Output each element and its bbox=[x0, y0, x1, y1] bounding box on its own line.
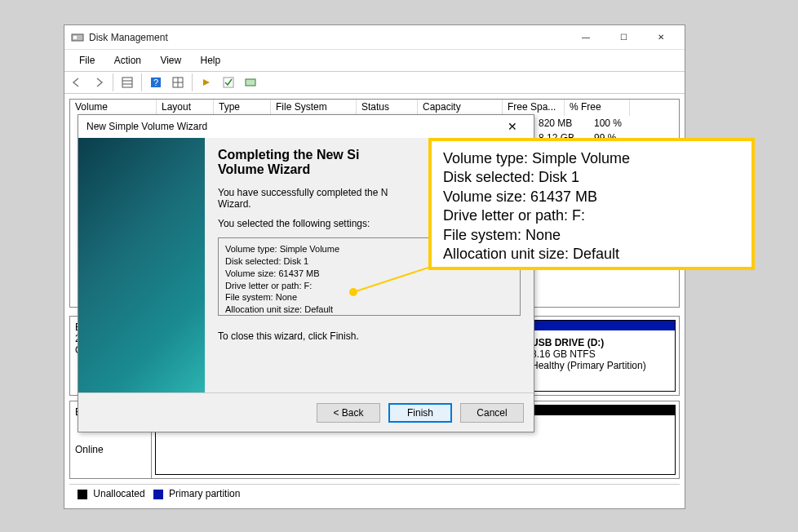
toolbar-separator bbox=[192, 73, 193, 91]
callout-line-text: File system: None bbox=[443, 226, 740, 245]
wizard-titlebar: New Simple Volume Wizard ✕ bbox=[78, 115, 534, 138]
partition-stripe bbox=[525, 321, 675, 330]
wizard-close-instruction: To close this wizard, click Finish. bbox=[218, 330, 521, 342]
refresh-icon[interactable] bbox=[241, 73, 260, 91]
svg-text:?: ? bbox=[153, 78, 158, 87]
detail-view-icon[interactable] bbox=[117, 73, 137, 91]
svg-marker-10 bbox=[203, 79, 210, 86]
minimize-button[interactable]: — bbox=[567, 25, 605, 50]
forward-icon[interactable] bbox=[89, 73, 109, 91]
menu-help[interactable]: Help bbox=[193, 51, 229, 69]
menu-action[interactable]: Action bbox=[106, 51, 149, 69]
partition-name: USB DRIVE (D:) bbox=[531, 337, 668, 348]
col-freespace[interactable]: Free Spa... bbox=[503, 100, 565, 116]
grid-header: Volume Layout Type File System Status Ca… bbox=[70, 100, 679, 116]
callout-line-text: Volume type: Simple Volume bbox=[443, 149, 740, 168]
annotation-callout: Volume type: Simple Volume Disk selected… bbox=[428, 138, 755, 270]
disk-management-icon bbox=[71, 31, 84, 44]
legend: Unallocated Primary partition bbox=[69, 484, 680, 503]
svg-rect-11 bbox=[224, 78, 233, 87]
col-status[interactable]: Status bbox=[357, 100, 418, 116]
cell-pct: 100 % bbox=[594, 116, 622, 131]
menu-file[interactable]: File bbox=[71, 51, 103, 69]
col-type[interactable]: Type bbox=[214, 100, 271, 116]
col-capacity[interactable]: Capacity bbox=[418, 100, 503, 116]
menubar: File Action View Help bbox=[64, 50, 685, 71]
finish-button[interactable]: Finish bbox=[388, 403, 452, 423]
svg-line-13 bbox=[353, 268, 428, 292]
back-button[interactable]: < Back bbox=[317, 403, 380, 423]
callout-line-text: Drive letter or path: F: bbox=[443, 206, 740, 225]
help-icon[interactable]: ? bbox=[146, 73, 166, 91]
callout-line-text: Volume size: 61437 MB bbox=[443, 188, 740, 206]
callout-line-text: Disk selected: Disk 1 bbox=[443, 168, 740, 187]
window-title: Disk Management bbox=[89, 32, 567, 43]
wizard-close-button[interactable]: ✕ bbox=[496, 120, 529, 133]
callout-line-text: Allocation unit size: Default bbox=[443, 245, 740, 264]
grid-icon[interactable] bbox=[168, 73, 188, 91]
legend-swatch-primary bbox=[153, 490, 163, 499]
toolbar: ? bbox=[64, 71, 685, 94]
disk1-online: Online bbox=[75, 444, 146, 455]
svg-rect-1 bbox=[73, 36, 77, 39]
col-pctfree[interactable]: % Free bbox=[565, 100, 630, 116]
back-icon[interactable] bbox=[67, 73, 86, 91]
partition-size: 8.16 GB NTFS bbox=[531, 348, 668, 360]
legend-unallocated: Unallocated bbox=[93, 488, 144, 499]
row-data: 820 MB 100 % bbox=[539, 116, 622, 131]
col-volume[interactable]: Volume bbox=[70, 100, 157, 116]
svg-rect-12 bbox=[246, 79, 255, 86]
legend-primary: Primary partition bbox=[169, 488, 240, 499]
close-button[interactable]: ✕ bbox=[642, 25, 680, 50]
partition-status: Healthy (Primary Partition) bbox=[531, 360, 668, 371]
svg-rect-2 bbox=[122, 78, 132, 87]
wizard-button-row: < Back Finish Cancel bbox=[78, 392, 534, 432]
toolbar-separator bbox=[141, 73, 142, 91]
cell-free: 820 MB bbox=[539, 116, 594, 131]
col-filesystem[interactable]: File System bbox=[271, 100, 357, 116]
menu-view[interactable]: View bbox=[152, 51, 189, 69]
toolbar-separator bbox=[113, 73, 113, 91]
window-controls: — ☐ ✕ bbox=[567, 25, 680, 50]
wizard-title: New Simple Volume Wizard bbox=[86, 121, 496, 132]
action-play-icon[interactable] bbox=[197, 73, 216, 91]
svg-point-14 bbox=[349, 288, 357, 296]
col-layout[interactable]: Layout bbox=[157, 100, 214, 116]
legend-swatch-unallocated bbox=[78, 490, 87, 499]
titlebar: Disk Management — ☐ ✕ bbox=[64, 25, 685, 50]
cancel-button[interactable]: Cancel bbox=[460, 403, 524, 423]
wizard-sidebar-graphic bbox=[78, 138, 205, 392]
check-icon[interactable] bbox=[219, 73, 238, 91]
usb-drive-partition[interactable]: USB DRIVE (D:) 8.16 GB NTFS Healthy (Pri… bbox=[524, 320, 676, 392]
maximize-button[interactable]: ☐ bbox=[605, 25, 642, 50]
